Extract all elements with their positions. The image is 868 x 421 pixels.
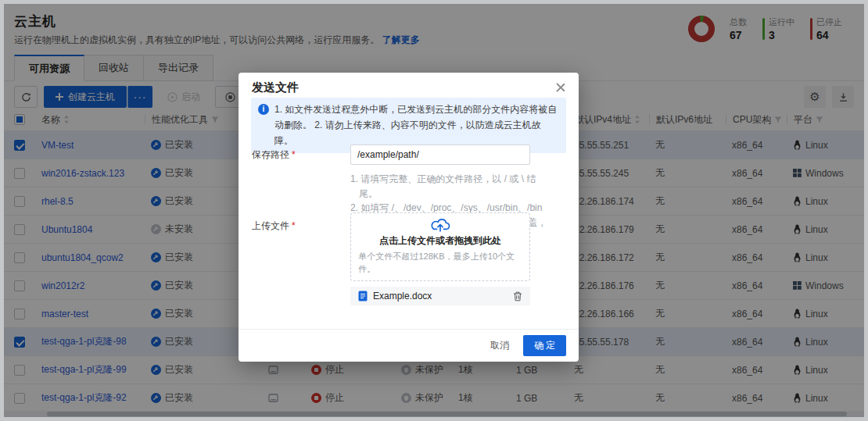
delete-file-button[interactable]	[513, 291, 522, 301]
uploaded-file-item: Example.docx	[350, 287, 530, 305]
save-path-help-line1: 1. 请填写完整、正确的文件路径，以 / 或 \ 结尾。	[350, 172, 547, 201]
vm-page: 云主机 运行在物理机上的虚拟机实例，具有独立的IP地址，可以访问公共网络，运行应…	[4, 4, 864, 417]
save-path-label: 保存路径*	[252, 148, 296, 162]
close-icon[interactable]	[552, 79, 569, 96]
send-file-modal: 发送文件 i 1. 如文件发送过程意外中断，已发送到云主机的部分文件内容将被自动…	[239, 73, 579, 362]
required-asterisk: *	[292, 220, 296, 231]
cancel-button[interactable]: 取消	[490, 339, 509, 352]
info-icon: i	[258, 104, 269, 115]
trash-icon	[513, 291, 522, 301]
uploaded-file-name: Example.docx	[373, 291, 432, 301]
ok-button[interactable]: 确定	[523, 335, 566, 356]
upload-dropzone[interactable]: 点击上传文件或者拖拽到此处 单个文件不超过128KB，最多上传10个文件。	[350, 212, 530, 281]
upload-label: 上传文件*	[252, 219, 296, 233]
save-path-input[interactable]	[350, 144, 530, 165]
upload-hint: 单个文件不超过128KB，最多上传10个文件。	[358, 251, 522, 275]
document-icon	[358, 291, 368, 301]
required-asterisk: *	[292, 149, 296, 160]
modal-footer: 取消 确定	[239, 329, 579, 362]
info-alert-text: 1. 如文件发送过程意外中断，已发送到云主机的部分文件内容将被自动删除。 2. …	[274, 104, 557, 146]
modal-title: 发送文件	[252, 80, 299, 95]
upload-dropzone-text: 点击上传文件或者拖拽到此处	[379, 234, 501, 248]
cloud-upload-icon	[430, 217, 450, 232]
